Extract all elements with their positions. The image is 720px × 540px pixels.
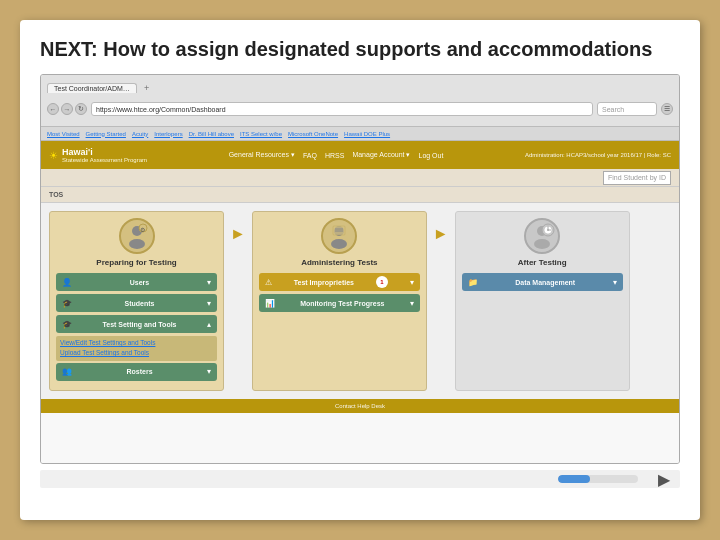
- test-improprieties-chevron: ▾: [410, 278, 414, 287]
- test-improprieties-item[interactable]: ⚠ Test Improprieties 1 ▾: [259, 273, 420, 291]
- search-placeholder: Search: [602, 106, 624, 113]
- nav-manage-account[interactable]: Manage Account ▾: [352, 151, 410, 159]
- slide-bottom-bar: ▶: [40, 470, 680, 488]
- back-button[interactable]: ←: [47, 103, 59, 115]
- sub-item-2[interactable]: Upload Test Settings and Tools: [60, 348, 213, 358]
- browser-window: Test Coordinator/ADMIN/Hi... + ← → ↻ htt…: [40, 74, 680, 464]
- hawaii-nav: General Resources ▾ FAQ HRSS Manage Acco…: [229, 151, 444, 159]
- bookmark-interlopers[interactable]: Interlopers: [154, 131, 182, 137]
- svg-point-1: [129, 239, 145, 249]
- preparing-icon: ⚙: [119, 218, 155, 254]
- nav-logout[interactable]: Log Out: [418, 152, 443, 159]
- nav-faq[interactable]: FAQ: [303, 152, 317, 159]
- progress-bar-fill: [558, 475, 590, 483]
- footer-text[interactable]: Contact Help Desk: [335, 403, 385, 409]
- forward-button[interactable]: →: [61, 103, 73, 115]
- browser-tab[interactable]: Test Coordinator/ADMIN/Hi...: [47, 83, 137, 93]
- tab-bar: Test Coordinator/ADMIN/Hi... +: [47, 79, 673, 97]
- rosters-label: Rosters: [126, 368, 152, 375]
- monitoring-label: Monitoring Test Progress: [300, 300, 384, 307]
- test-settings-chevron: ▴: [207, 320, 211, 329]
- administering-icon: [321, 218, 357, 254]
- students-label: Students: [125, 300, 155, 307]
- nav-hrss[interactable]: HRSS: [325, 152, 344, 159]
- preparing-column: ⚙ Preparing for Testing 👤 Users ▾ 🎓 Stud…: [49, 211, 224, 391]
- bookmarks-bar: Most Visited Getting Started Acuity Inte…: [41, 127, 679, 141]
- after-title: After Testing: [462, 258, 623, 267]
- dashboard: ⚙ Preparing for Testing 👤 Users ▾ 🎓 Stud…: [41, 203, 679, 399]
- users-label: Users: [130, 279, 149, 286]
- bookmark-bill[interactable]: Dr. Bill Hill above: [189, 131, 234, 137]
- svg-point-5: [331, 239, 347, 249]
- nav-buttons: ← → ↻: [47, 103, 87, 115]
- after-icon: [524, 218, 560, 254]
- preparing-title: Preparing for Testing: [56, 258, 217, 267]
- users-item[interactable]: 👤 Users ▾: [56, 273, 217, 291]
- svg-text:⚙: ⚙: [140, 227, 145, 233]
- after-column: After Testing 📁 Data Management ▾: [455, 211, 630, 391]
- students-item[interactable]: 🎓 Students ▾: [56, 294, 217, 312]
- sub-header: Find Student by ID: [41, 169, 679, 187]
- data-management-label: Data Management: [515, 279, 575, 286]
- monitoring-item[interactable]: 📊 Monitoring Test Progress ▾: [259, 294, 420, 312]
- bookmark-getting-started[interactable]: Getting Started: [86, 131, 126, 137]
- administering-title: Administering Tests: [259, 258, 420, 267]
- arrow-1: ►: [230, 211, 246, 391]
- nav-general-resources[interactable]: General Resources ▾: [229, 151, 295, 159]
- bookmark-its[interactable]: ITS Select w/be: [240, 131, 282, 137]
- menu-button[interactable]: ☰: [661, 103, 673, 115]
- sub-item-1[interactable]: View/Edit Test Settings and Tools: [60, 338, 213, 348]
- data-management-item[interactable]: 📁 Data Management ▾: [462, 273, 623, 291]
- search-bar[interactable]: Search: [597, 102, 657, 116]
- bookmark-most-visited[interactable]: Most Visited: [47, 131, 80, 137]
- test-settings-item[interactable]: 🎓 Test Setting and Tools ▴: [56, 315, 217, 333]
- tos-label: TOS: [49, 191, 63, 198]
- monitoring-chevron: ▾: [410, 299, 414, 308]
- arrow-2: ►: [433, 211, 449, 391]
- test-improprieties-badge: 1: [376, 276, 388, 288]
- website-footer: Contact Help Desk: [41, 399, 679, 413]
- new-tab-button[interactable]: +: [140, 82, 153, 94]
- bookmark-onenote[interactable]: Microsoft OneNote: [288, 131, 338, 137]
- user-info: Administration: HCAP3/school year 2016/1…: [525, 152, 671, 158]
- browser-toolbar: ← → ↻ https://www.htce.org/Common/Dashbo…: [47, 100, 673, 118]
- tos-nav: TOS: [41, 187, 679, 203]
- next-label: NEXT:: [40, 38, 98, 60]
- address-bar[interactable]: https://www.htce.org/Common/Dashboard: [91, 102, 593, 116]
- bookmark-hawaii-doe[interactable]: Hawaii DOE Plus: [344, 131, 390, 137]
- bookmark-acuity[interactable]: Acuity: [132, 131, 148, 137]
- progress-bar-container: [558, 475, 638, 483]
- find-student-input[interactable]: Find Student by ID: [603, 171, 671, 185]
- website-content: ☀ Hawai'i Statewide Assessment Program G…: [41, 141, 679, 464]
- svg-point-10: [534, 239, 550, 249]
- browser-chrome: Test Coordinator/ADMIN/Hi... + ← → ↻ htt…: [41, 75, 679, 127]
- logo-text: Hawai'i: [62, 147, 147, 157]
- slide-container: NEXT: How to assign designated supports …: [20, 20, 700, 520]
- hawaii-header: ☀ Hawai'i Statewide Assessment Program G…: [41, 141, 679, 169]
- hawaii-logo: ☀ Hawai'i Statewide Assessment Program: [49, 147, 147, 163]
- rosters-item[interactable]: 👥 Rosters ▾: [56, 363, 217, 381]
- sub-items-container: View/Edit Test Settings and Tools Upload…: [56, 336, 217, 361]
- slide-title: NEXT: How to assign designated supports …: [40, 36, 680, 62]
- data-management-chevron: ▾: [613, 278, 617, 287]
- user-area: Administration: HCAP3/school year 2016/1…: [525, 152, 671, 158]
- students-chevron: ▾: [207, 299, 211, 308]
- rosters-chevron: ▾: [207, 367, 211, 376]
- logo-sub: Statewide Assessment Program: [62, 157, 147, 163]
- test-improprieties-label: Test Improprieties: [294, 279, 354, 286]
- test-settings-label: Test Setting and Tools: [102, 321, 176, 328]
- users-chevron: ▾: [207, 278, 211, 287]
- refresh-button[interactable]: ↻: [75, 103, 87, 115]
- next-slide-arrow[interactable]: ▶: [658, 470, 670, 489]
- administering-column: Administering Tests ⚠ Test Improprieties…: [252, 211, 427, 391]
